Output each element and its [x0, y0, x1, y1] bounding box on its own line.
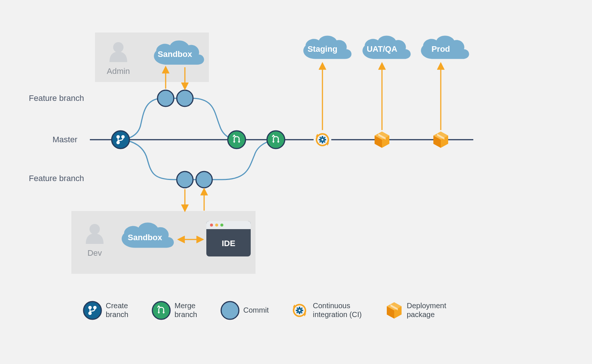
legend-merge-branch-l1: Merge: [175, 302, 196, 310]
legend-create-branch-l1: Create: [106, 302, 128, 310]
svg-point-18: [215, 224, 218, 227]
label-feature-branch-bottom: Feature branch: [29, 174, 84, 183]
svg-point-22: [267, 131, 285, 149]
legend-commit: Commit: [243, 306, 269, 314]
commit-node-top-2: [177, 90, 193, 106]
legend-package-l2: package: [407, 310, 435, 319]
svg-rect-16: [206, 226, 251, 229]
create-branch-node: [112, 131, 129, 149]
cloud-staging-label: Staging: [308, 44, 338, 54]
svg-point-21: [228, 131, 246, 149]
admin-role-label: Admin: [107, 67, 130, 76]
svg-point-24: [84, 302, 101, 319]
ci-node: [314, 131, 331, 149]
cloud-sandbox-dev-label: Sandbox: [128, 233, 163, 242]
commit-node-bottom-1: [177, 171, 193, 188]
dev-role-label: Dev: [87, 248, 102, 258]
ide-label: IDE: [222, 239, 236, 248]
svg-point-20: [112, 131, 129, 149]
label-feature-branch-top: Feature branch: [29, 93, 84, 103]
commit-node-bottom-2: [196, 171, 212, 188]
cloud-prod-label: Prod: [432, 44, 450, 54]
svg-point-19: [220, 224, 223, 227]
legend-merge-branch-l2: branch: [175, 310, 197, 319]
merge-node-2: [267, 131, 285, 149]
svg-point-25: [152, 302, 170, 319]
merge-node-1: [228, 131, 246, 149]
commit-node-top-1: [158, 90, 174, 106]
cloud-uatqa-label: UAT/QA: [367, 44, 398, 54]
legend-ci-l2: integration (CI): [313, 310, 362, 319]
svg-point-17: [210, 224, 213, 227]
legend-ci-l1: Continuous: [313, 302, 350, 310]
legend-package-l1: Deployment: [407, 302, 446, 310]
legend-create-branch-icon: [84, 302, 101, 319]
legend-commit-icon: [221, 302, 239, 319]
legend-merge-branch-icon: [152, 302, 170, 319]
label-master: Master: [53, 135, 77, 144]
cloud-sandbox-admin-label: Sandbox: [158, 50, 193, 59]
legend-create-branch-l2: branch: [106, 310, 128, 319]
